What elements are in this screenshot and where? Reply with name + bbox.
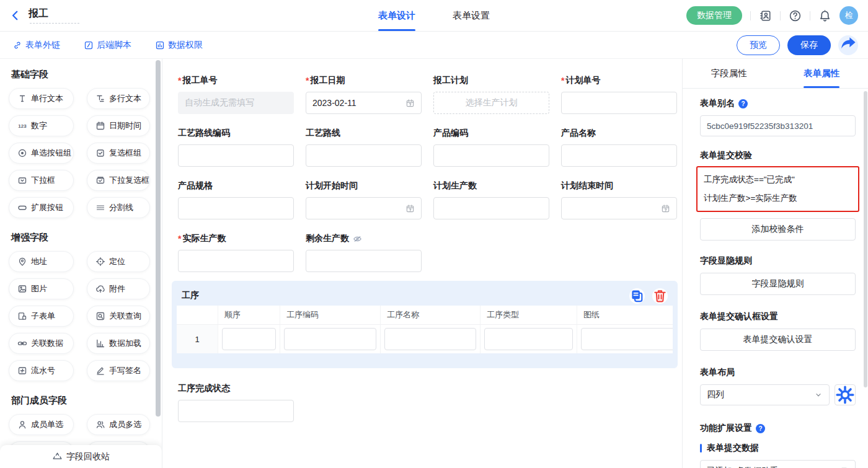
field-input[interactable]: 2023-02-11	[306, 92, 422, 114]
recycle-icon	[52, 451, 63, 462]
field-input[interactable]	[561, 144, 677, 167]
add-validation-button[interactable]: 添加校验条件	[700, 218, 856, 241]
field-type-calendar[interactable]: 日期时间	[87, 115, 150, 136]
tab-form-settings[interactable]: 表单设置	[453, 0, 490, 31]
field-type-textarea[interactable]: 多行文本	[87, 88, 150, 109]
notification-bell-icon[interactable]	[818, 9, 831, 22]
tab-form-design[interactable]: 表单设计	[378, 0, 415, 31]
form-field[interactable]: 工艺路线	[306, 128, 422, 167]
form-field[interactable]: *报工单号自动生成无需填写	[178, 75, 294, 114]
cloud-icon	[95, 284, 105, 294]
field-label: 工艺路线	[306, 128, 422, 139]
help-badge-icon[interactable]: ?	[738, 99, 748, 108]
validation-rule[interactable]: 工序完成状态=="已完成"	[704, 170, 852, 189]
subform-col-header	[177, 306, 218, 325]
field-type-checkbox[interactable]: 复选框组	[87, 143, 150, 164]
field-type-image[interactable]: 图片	[9, 278, 74, 299]
backend-script-button[interactable]: 后端脚本	[84, 40, 131, 51]
data-manage-button[interactable]: 数据管理	[686, 6, 742, 25]
form-field[interactable]: 计划结束时间	[561, 180, 677, 219]
layout-gear-button[interactable]	[835, 384, 856, 405]
form-field[interactable]: *计划单号	[561, 75, 677, 114]
save-button[interactable]: 保存	[787, 35, 831, 55]
field-input[interactable]: 自动生成无需填写	[178, 92, 294, 114]
field-type-serial[interactable]: 流水号	[9, 360, 74, 381]
field-type-link2[interactable]: 关联数据	[9, 333, 74, 354]
field-input[interactable]	[306, 144, 422, 167]
form-field[interactable]: 产品名称	[561, 128, 677, 167]
field-type-number[interactable]: 123数字	[9, 115, 74, 136]
field-input[interactable]	[306, 197, 422, 219]
field-recycle-bin[interactable]: 字段回收站	[0, 445, 162, 468]
form-canvas: *报工单号自动生成无需填写*报工日期2023-02-11报工计划选择生产计划*计…	[162, 59, 682, 468]
form-field[interactable]: 工序完成状态	[178, 383, 294, 422]
share-button[interactable]	[838, 35, 858, 55]
copy-button[interactable]	[629, 288, 645, 304]
form-field[interactable]: 报工计划选择生产计划	[433, 75, 549, 114]
field-type-divider[interactable]: 分割线	[87, 197, 150, 218]
form-field[interactable]: 计划开始时间	[306, 180, 422, 219]
field-input[interactable]	[433, 197, 549, 219]
field-type-text[interactable]: 单行文本	[9, 88, 74, 109]
form-field[interactable]: 产品规格	[178, 180, 294, 219]
field-input[interactable]	[178, 197, 294, 219]
subform-cell-input[interactable]	[284, 328, 376, 350]
data-permission-button[interactable]: 数据权限	[155, 40, 203, 51]
form-field[interactable]: *实际生产数	[178, 233, 294, 272]
help-badge-icon[interactable]: ?	[756, 424, 765, 433]
page-title[interactable]: 报工	[29, 7, 79, 20]
subform-cell-input[interactable]	[581, 328, 673, 350]
submit-data-value[interactable]: 已添加1条数据助手	[700, 460, 856, 468]
tab-form-properties[interactable]: 表单属性	[776, 59, 868, 88]
subform-cell-input[interactable]	[484, 328, 573, 350]
back-icon[interactable]	[10, 9, 24, 22]
external-link-button[interactable]: 表单外链	[12, 40, 60, 51]
field-input[interactable]	[561, 197, 677, 219]
field-type-multiselect[interactable]: 下拉复选框	[87, 170, 150, 191]
field-input[interactable]	[433, 144, 549, 167]
field-visibility-button[interactable]: 字段显隐规则	[700, 273, 856, 295]
field-input[interactable]	[178, 144, 294, 167]
sidebar-scrollbar[interactable]	[156, 60, 161, 417]
field-type-user[interactable]: 成员单选	[9, 414, 74, 435]
submit-confirm-button[interactable]: 表单提交确认设置	[700, 329, 856, 351]
tab-field-properties[interactable]: 字段属性	[683, 59, 776, 88]
serial-icon	[17, 366, 27, 376]
delete-button[interactable]	[652, 288, 668, 304]
sidebar-section-title: 增强字段	[11, 232, 153, 244]
layout-select[interactable]: 四列	[700, 384, 830, 405]
form-field[interactable]: 工艺路线编码	[178, 128, 294, 167]
contact-book-icon[interactable]	[759, 9, 772, 22]
field-input[interactable]	[306, 250, 422, 272]
field-type-pin[interactable]: 地址	[9, 251, 74, 272]
field-type-button[interactable]: 扩展按钮	[9, 197, 74, 218]
field-input[interactable]	[178, 400, 294, 422]
subform-section[interactable]: 工序 顺序工序编码工序名称工序类型图纸 1	[172, 281, 678, 368]
pen-icon	[95, 366, 105, 376]
field-input[interactable]	[561, 92, 677, 114]
field-type-chart[interactable]: 数据加载	[87, 333, 150, 354]
form-alias-input[interactable]: 5cbc0e919f52235f3b313201	[700, 115, 856, 136]
subform-cell-input[interactable]	[384, 328, 476, 350]
help-icon[interactable]	[789, 9, 802, 22]
form-field[interactable]: 剩余生产数	[306, 233, 422, 272]
field-input[interactable]	[178, 250, 294, 272]
form-field[interactable]: *报工日期2023-02-11	[306, 75, 422, 114]
subform-cell-input[interactable]	[222, 328, 276, 350]
field-input[interactable]: 选择生产计划	[433, 92, 549, 114]
field-type-users[interactable]: 成员多选	[87, 414, 150, 435]
field-type-search-doc[interactable]: 关联查询	[87, 306, 150, 327]
form-field[interactable]: 计划生产数	[433, 180, 549, 219]
avatar[interactable]: 检	[839, 6, 858, 25]
field-type-select[interactable]: 下拉框	[9, 170, 74, 191]
field-type-radio[interactable]: 单选按钮组	[9, 143, 74, 164]
field-type-cloud[interactable]: 附件	[87, 278, 150, 299]
field-label: 报工计划	[433, 75, 549, 86]
field-type-target[interactable]: 定位	[87, 251, 150, 272]
form-field[interactable]: 产品编码	[433, 128, 549, 167]
preview-button[interactable]: 预览	[737, 35, 780, 55]
field-type-subform[interactable]: 子表单	[9, 306, 74, 327]
validation-rule[interactable]: 计划生产数>=实际生产数	[704, 189, 852, 208]
field-type-pen[interactable]: 手写签名	[87, 360, 150, 381]
panel-scrollbar[interactable]	[864, 91, 867, 387]
